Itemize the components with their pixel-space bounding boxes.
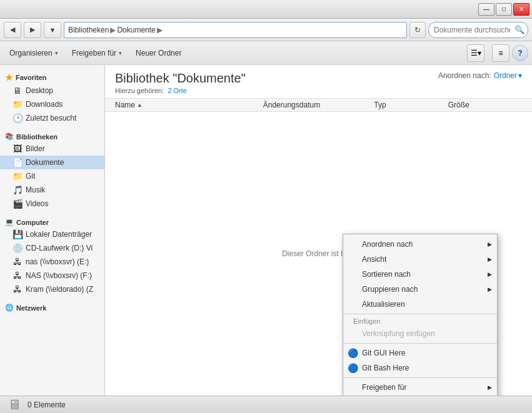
sidebar-item-nas-e[interactable]: 🖧 nas (\\vboxsvr) (E:) [0, 255, 104, 269]
sidebar-item-dokumente[interactable]: 📄 Dokumente [0, 156, 104, 169]
nas-e-icon: 🖧 [13, 257, 23, 267]
view-options-button[interactable]: ☰ ▾ [467, 44, 484, 62]
menu-separator-3 [343, 377, 497, 378]
window-controls: — □ ✕ [478, 3, 529, 16]
bilder-icon: 🖼 [13, 144, 23, 154]
sidebar-item-downloads[interactable]: 📁 Downloads [0, 97, 104, 111]
name-sort-arrow: ▲ [137, 102, 143, 108]
title-bar: — □ ✕ [0, 0, 532, 19]
locations-link[interactable]: 2 Orte [168, 87, 187, 94]
musik-icon: 🎵 [13, 185, 23, 195]
view-arrow: ▾ [478, 49, 481, 57]
sidebar-item-nas-f[interactable]: 🖧 NAS (\\vboxsrv) (F:) [0, 269, 104, 282]
context-menu: Anordnen nach ▶ Ansicht ▶ Sortieren nach… [343, 234, 498, 396]
kram-icon: 🖧 [13, 284, 23, 294]
back-button[interactable]: ◀ [4, 22, 21, 38]
sidebar-item-git[interactable]: 📁 Git [0, 169, 104, 183]
favorites-header: ★ Favoriten [0, 69, 104, 84]
address-bar: ◀ ▶ ▼ Bibliotheken ▶ Dokumente ▶ ↻ 🔍 [0, 19, 532, 41]
sort-value[interactable]: Ordner ▾ [494, 71, 522, 80]
status-bar: 🖥 0 Elemente [0, 396, 532, 413]
main-layout: ★ Favoriten 🖥 Desktop 📁 Downloads 🕐 Zule… [0, 65, 532, 396]
library-subtitle: Hierzu gehören: 2 Orte [115, 87, 246, 94]
menu-item-git-gui[interactable]: 🔵 Git GUI Here [343, 346, 497, 361]
share-button[interactable]: Freigeben für ▾ [66, 44, 128, 62]
videos-icon: 🎬 [13, 199, 23, 209]
sidebar: ★ Favoriten 🖥 Desktop 📁 Downloads 🕐 Zule… [0, 65, 105, 396]
content-area: Bibliothek "Dokumente" Hierzu gehören: 2… [105, 65, 532, 396]
library-title: Bibliothek "Dokumente" [115, 71, 246, 86]
recent-icon: 🕐 [13, 113, 23, 123]
forward-button[interactable]: ▶ [24, 22, 41, 38]
menu-item-verknuepfung: Verknüpfung einfügen [343, 326, 497, 341]
git-icon: 📁 [13, 171, 23, 181]
content-header: Bibliothek "Dokumente" Hierzu gehören: 2… [105, 65, 532, 99]
menu-separator-2 [343, 343, 497, 344]
libraries-header: 📚 Bibliotheken [0, 129, 104, 142]
sub-arrow-icon: ▶ [488, 256, 492, 262]
downloads-icon: 📁 [13, 99, 23, 109]
col-name-header[interactable]: Name ▲ [115, 101, 263, 109]
address-part-2[interactable]: Dokumente [117, 26, 155, 34]
col-date-header[interactable]: Änderungsdatum [263, 101, 374, 109]
computer-icon: 💻 [5, 218, 14, 226]
network-header: 🌐 Netzwerk [0, 300, 104, 313]
status-count: 0 Elemente [28, 401, 66, 409]
share-arrow: ▾ [119, 50, 122, 56]
network-icon: 🌐 [5, 304, 14, 312]
close-button[interactable]: ✕ [513, 3, 529, 16]
sub-arrow-icon: ▶ [488, 241, 492, 247]
local-disk-icon: 💾 [13, 229, 23, 239]
sidebar-item-bilder[interactable]: 🖼 Bilder [0, 142, 104, 156]
view-icon: ☰ [471, 49, 478, 57]
menu-item-git-bash[interactable]: 🔵 Git Bash Here [343, 361, 497, 376]
menu-item-gruppieren[interactable]: Gruppieren nach ▶ [343, 282, 497, 297]
sidebar-item-videos[interactable]: 🎬 Videos [0, 197, 104, 211]
search-wrapper: 🔍 [428, 22, 528, 38]
search-input[interactable] [428, 22, 528, 38]
menu-item-ansicht[interactable]: Ansicht ▶ [343, 252, 497, 267]
sub-arrow-icon: ▶ [488, 271, 492, 277]
organize-button[interactable]: Organisieren ▾ [4, 44, 64, 62]
organize-arrow: ▾ [55, 50, 58, 56]
refresh-button[interactable]: ↻ [409, 22, 426, 38]
minimize-button[interactable]: — [478, 3, 494, 16]
sidebar-item-musik[interactable]: 🎵 Musik [0, 183, 104, 197]
sidebar-item-local-disk[interactable]: 💾 Lokaler Datenträger [0, 227, 104, 241]
menu-item-aktualisieren[interactable]: Aktualisieren [343, 297, 497, 312]
cd-drive-icon: 💿 [13, 243, 23, 253]
status-icon: 🖥 [8, 397, 21, 413]
favorites-icon: ★ [5, 72, 13, 82]
dokumente-icon: 📄 [13, 157, 23, 167]
menu-separator-1 [343, 314, 497, 314]
search-icon[interactable]: 🔍 [514, 25, 524, 34]
col-type-header[interactable]: Typ [374, 101, 448, 109]
libraries-icon: 📚 [5, 132, 14, 141]
nas-f-icon: 🖧 [13, 271, 23, 281]
menu-item-anordnen[interactable]: Anordnen nach ▶ [343, 237, 497, 252]
menu-item-sortieren[interactable]: Sortieren nach ▶ [343, 267, 497, 282]
sub-arrow-icon: ▶ [488, 384, 492, 391]
menu-section-einfuegen: Einfügen [343, 316, 497, 326]
dropdown-button[interactable]: ▼ [44, 22, 61, 38]
column-headers: Name ▲ Änderungsdatum Typ Größe [105, 99, 532, 112]
pane-toggle-button[interactable]: ≡ [492, 44, 509, 62]
sidebar-item-cd-drive[interactable]: 💿 CD-Laufwerk (D:) Vi [0, 241, 104, 255]
address-path[interactable]: Bibliotheken ▶ Dokumente ▶ [64, 22, 407, 38]
computer-header: 💻 Computer [0, 214, 104, 227]
maximize-button[interactable]: □ [496, 3, 512, 16]
address-part-1[interactable]: Bibliotheken [68, 26, 109, 34]
sidebar-item-recent[interactable]: 🕐 Zuletzt besucht [0, 111, 104, 125]
sort-bar: Anordnen nach: Ordner ▾ [438, 71, 522, 80]
git-bash-icon: 🔵 [347, 362, 358, 374]
sidebar-item-desktop[interactable]: 🖥 Desktop [0, 84, 104, 97]
help-button[interactable]: ? [512, 45, 528, 61]
git-gui-icon: 🔵 [347, 347, 358, 359]
desktop-icon: 🖥 [13, 86, 23, 96]
col-size-header[interactable]: Größe [448, 101, 522, 109]
sidebar-item-kram[interactable]: 🖧 Kram (\\eldorado) (Z [0, 282, 104, 296]
menu-item-freigeben[interactable]: Freigeben für ▶ [343, 380, 497, 395]
new-folder-button[interactable]: Neuer Ordner [130, 44, 187, 62]
sort-label: Anordnen nach: [438, 71, 491, 80]
toolbar: Organisieren ▾ Freigeben für ▾ Neuer Ord… [0, 41, 532, 65]
